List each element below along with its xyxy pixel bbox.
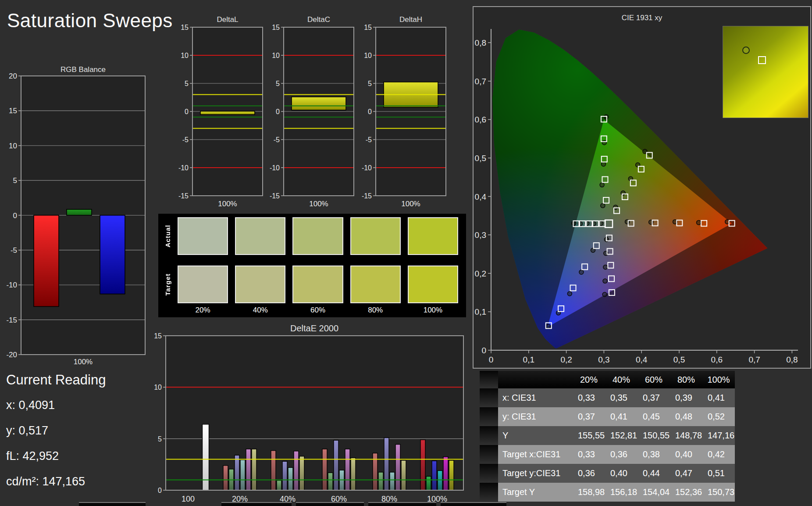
table-cell: 0,39 bbox=[670, 388, 702, 407]
swatch-panel: ActualTarget20%40%60%80%100% bbox=[158, 214, 466, 317]
rgb-balance-chart: -20-15-10-505101520RGB Balance100% bbox=[3, 61, 148, 370]
svg-text:100%: 100% bbox=[309, 200, 328, 208]
table-row-lead bbox=[480, 445, 498, 464]
deltae-bar-100%-green bbox=[426, 476, 431, 490]
svg-text:-15: -15 bbox=[178, 192, 189, 200]
reading-x: x: 0,4091 bbox=[6, 398, 106, 412]
cie-zoom-inset bbox=[723, 26, 808, 118]
svg-text:-5: -5 bbox=[366, 136, 372, 144]
table-cell: 155,55 bbox=[573, 426, 605, 445]
magenta-measured-point bbox=[603, 279, 607, 283]
svg-text:100%: 100% bbox=[74, 358, 93, 366]
table-cell: 0,48 bbox=[670, 407, 702, 426]
deltae-bar-80%-magenta bbox=[395, 445, 400, 490]
deltae-bar-40%-green bbox=[277, 481, 281, 490]
target-point-icon bbox=[758, 56, 766, 64]
svg-text:-10: -10 bbox=[178, 164, 189, 172]
svg-text:0,5: 0,5 bbox=[475, 154, 486, 163]
table-cell: 0,42 bbox=[702, 445, 735, 464]
table-cell: 152,81 bbox=[605, 426, 637, 445]
svg-text:0,4: 0,4 bbox=[636, 355, 648, 364]
deltae-bar-40%-red bbox=[271, 451, 276, 490]
table-header-cell: 80% bbox=[670, 371, 702, 388]
deltae-bar-40%-blue bbox=[282, 461, 287, 490]
table-row-lead bbox=[480, 407, 498, 426]
saturation-table: 20%40%60%80%100%x: CIE310,330,350,370,39… bbox=[480, 371, 735, 502]
delta_l-bar bbox=[200, 111, 255, 115]
svg-text:100%: 100% bbox=[218, 200, 237, 208]
table-cell: 150,73 bbox=[702, 483, 735, 502]
table-cell: 0,35 bbox=[605, 388, 637, 407]
svg-text:-15: -15 bbox=[6, 316, 17, 324]
table-cell: 0,33 bbox=[573, 445, 605, 464]
svg-text:0,3: 0,3 bbox=[598, 355, 609, 364]
svg-text:0,1: 0,1 bbox=[523, 355, 534, 364]
svg-text:0,2: 0,2 bbox=[560, 355, 572, 364]
chart-title: CIE 1931 xy bbox=[622, 14, 662, 22]
table-cell: 150,55 bbox=[637, 426, 670, 445]
swatch-col-label: 20% bbox=[178, 306, 228, 316]
table-cell: 0,52 bbox=[702, 407, 735, 426]
table-cell: 0,36 bbox=[573, 464, 605, 483]
delta-e-2000-chart: 05101510020%40%60%80%100%DeltaE 2000 bbox=[149, 323, 469, 506]
swatch-col-label: 40% bbox=[235, 306, 285, 316]
deltae-bar-20%-red bbox=[223, 466, 228, 490]
deltae-bar-20%-blue bbox=[235, 455, 239, 490]
table-cell: 0,37 bbox=[637, 388, 670, 407]
actual-swatch-40% bbox=[235, 217, 285, 255]
svg-text:0: 0 bbox=[13, 212, 17, 220]
svg-text:100: 100 bbox=[182, 495, 195, 503]
table-header-cell: 40% bbox=[605, 371, 637, 388]
delta-c-chart: -15-10-5051015DeltaC100% bbox=[269, 6, 356, 212]
deltae-bar-60%-green bbox=[328, 473, 333, 490]
table-header-cell: 60% bbox=[637, 371, 670, 388]
blue-balance-bar bbox=[100, 215, 125, 294]
deltae-bar-80%-yellow bbox=[401, 460, 406, 490]
cie-1931-panel: CIE 1931 xy00,10,20,30,40,50,60,70,800,1… bbox=[473, 6, 811, 369]
deltae-bar-60%-blue bbox=[334, 440, 338, 490]
deltae-bar-100%-yellow bbox=[449, 460, 454, 490]
table-cell: 154,04 bbox=[637, 483, 670, 502]
deltae-bar-80%-red bbox=[373, 453, 378, 490]
chart-title: DeltaH bbox=[399, 15, 422, 24]
table-row-label: Target x:CIE31 bbox=[498, 445, 573, 464]
magenta-measured-point bbox=[602, 292, 607, 297]
svg-text:0: 0 bbox=[481, 346, 486, 355]
svg-text:0: 0 bbox=[368, 108, 372, 115]
deltae-bar-20%-yellow bbox=[252, 449, 256, 490]
table-cell: 0,47 bbox=[670, 464, 702, 483]
red-measured-point bbox=[697, 220, 701, 225]
green-measured-point bbox=[601, 204, 605, 208]
swatch-row-label: Target bbox=[164, 273, 171, 296]
table-corner bbox=[498, 371, 573, 388]
blue-measured-point bbox=[567, 291, 572, 296]
current-reading: Current Reading x: 0,4091 y: 0,517 fL: 4… bbox=[6, 372, 106, 500]
blue-measured-point bbox=[546, 324, 550, 329]
svg-text:0,7: 0,7 bbox=[748, 355, 760, 364]
svg-text:0,6: 0,6 bbox=[711, 355, 723, 364]
deltae-bar-80%-blue bbox=[384, 438, 389, 490]
actual-swatch-60% bbox=[292, 217, 343, 255]
table-row-lead bbox=[480, 464, 498, 483]
table-cell: 147,16 bbox=[702, 426, 735, 445]
svg-text:10: 10 bbox=[181, 52, 189, 59]
reading-cdm2: cd/m²: 147,165 bbox=[6, 475, 106, 488]
green-balance-bar bbox=[67, 209, 92, 215]
table-row-label: Target y:CIE31 bbox=[498, 464, 573, 483]
table-row-label: Y bbox=[498, 426, 573, 445]
deltae-bar-60%-magenta bbox=[345, 449, 350, 490]
table-row-lead bbox=[480, 426, 498, 445]
svg-text:-10: -10 bbox=[270, 164, 280, 172]
deltae-bar-100%-magenta bbox=[443, 457, 448, 490]
swatch-col-label: 100% bbox=[408, 306, 458, 316]
deltae-bar-40%-magenta bbox=[294, 451, 299, 490]
svg-text:0,7: 0,7 bbox=[475, 77, 486, 86]
table-row-label: y: CIE31 bbox=[498, 407, 573, 426]
green-measured-point bbox=[600, 183, 604, 187]
svg-text:0: 0 bbox=[185, 108, 189, 115]
table-row-lead bbox=[480, 483, 498, 502]
svg-text:0,1: 0,1 bbox=[475, 307, 486, 316]
reading-y: y: 0,517 bbox=[6, 424, 106, 438]
deltae-bar-100%-blue bbox=[432, 461, 437, 490]
svg-text:5: 5 bbox=[185, 80, 189, 87]
